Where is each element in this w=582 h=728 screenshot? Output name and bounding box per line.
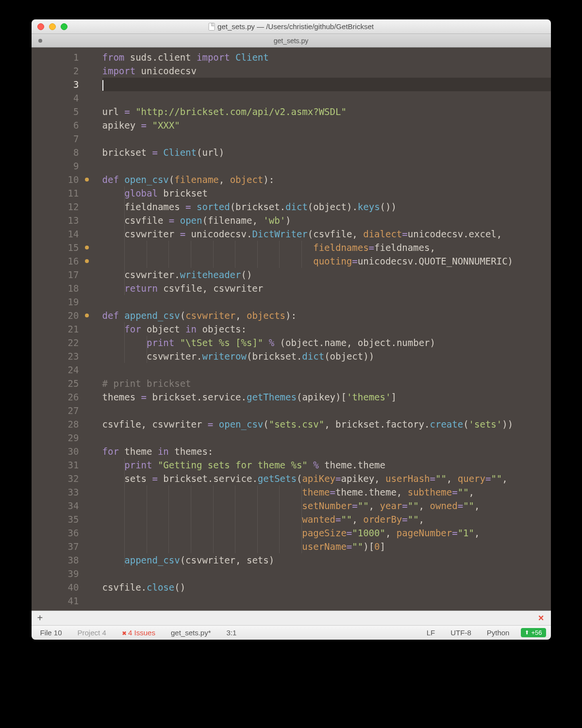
new-tab-button[interactable]: + (32, 612, 49, 624)
code-line[interactable]: pageSize="1000", pageNumber="1", (102, 526, 551, 540)
line-number: 34 (32, 499, 79, 513)
code-line[interactable]: quoting=unicodecsv.QUOTE_NONNUMERIC) (102, 254, 551, 268)
code-line[interactable]: brickset = Client(url) (102, 146, 551, 159)
editor-area[interactable]: 1234567891011121314151617181920212223242… (32, 48, 551, 611)
status-bar: File 10 Project 4 4 Issues get_sets.py* … (32, 625, 551, 640)
code-line[interactable]: for theme in themes: (102, 445, 551, 458)
line-number: 22 (32, 336, 79, 349)
code-line[interactable] (102, 431, 551, 445)
file-icon (208, 23, 215, 31)
minimize-button[interactable] (49, 23, 56, 30)
line-number: 12 (32, 200, 79, 214)
code-line[interactable]: for object in objects: (102, 322, 551, 336)
line-number: 31 (32, 458, 79, 472)
code-line[interactable] (102, 91, 551, 105)
code-line[interactable]: def open_csv(filename, object): (102, 173, 551, 186)
line-number: 13 (32, 214, 79, 227)
code-line[interactable]: csvfile = open(filename, 'wb') (102, 214, 551, 227)
code-line[interactable]: setNumber="", year="", owned="", (102, 499, 551, 513)
close-panel-button[interactable]: × (532, 612, 551, 624)
line-number: 23 (32, 349, 79, 363)
code-line[interactable]: global brickset (102, 186, 551, 200)
status-project[interactable]: Project 4 (74, 629, 110, 637)
code-line[interactable] (102, 363, 551, 377)
status-issues[interactable]: 4 Issues (118, 629, 159, 637)
code-line[interactable] (102, 404, 551, 417)
code-line[interactable]: import unicodecsv (102, 64, 551, 78)
line-number: 2 (32, 64, 79, 78)
line-number-gutter: 1234567891011121314151617181920212223242… (32, 48, 84, 611)
tab-label[interactable]: get_sets.py (274, 37, 309, 45)
tab-modified-dot (38, 39, 42, 43)
code-line[interactable]: csvwriter.writeheader() (102, 268, 551, 281)
code-line[interactable] (102, 594, 551, 608)
status-filename[interactable]: get_sets.py* (167, 629, 215, 637)
line-number: 11 (32, 186, 79, 200)
code-line[interactable]: print "\tSet %s [%s]" % (object.name, ob… (102, 336, 551, 349)
line-number: 26 (32, 390, 79, 404)
status-language[interactable]: Python (483, 629, 514, 637)
code-line[interactable]: fieldnames=fieldnames, (102, 241, 551, 254)
code-line[interactable]: userName="")[0] (102, 540, 551, 553)
window-title: get_sets.py — /Users/christie/github/Get… (208, 22, 374, 31)
code-line[interactable]: sets = brickset.service.getSets(apiKey=a… (102, 472, 551, 485)
line-number: 29 (32, 431, 79, 445)
code-content[interactable]: from suds.client import Clientimport uni… (84, 48, 551, 611)
code-line[interactable]: url = "http://brickset.com/api/v2.asmx?W… (102, 105, 551, 118)
code-line[interactable]: wanted="", orderBy="", (102, 513, 551, 526)
status-vcs-add[interactable]: +56 (521, 628, 546, 637)
lint-warning-dot (85, 314, 89, 317)
line-number: 14 (32, 227, 79, 241)
code-line[interactable]: return csvfile, csvwriter (102, 281, 551, 295)
code-line[interactable]: csvwriter = unicodecsv.DictWriter(csvfil… (102, 227, 551, 241)
code-line[interactable]: def append_csv(csvwriter, objects): (102, 309, 551, 322)
code-line[interactable]: from suds.client import Client (102, 50, 551, 64)
line-number: 25 (32, 377, 79, 390)
line-number: 6 (32, 118, 79, 132)
code-line[interactable]: fieldnames = sorted(brickset.dict(object… (102, 200, 551, 214)
line-number: 17 (32, 268, 79, 281)
status-encoding[interactable]: UTF-8 (447, 629, 475, 637)
traffic-lights (32, 23, 67, 30)
line-number: 20 (32, 309, 79, 322)
code-line[interactable] (102, 567, 551, 580)
status-file[interactable]: File 10 (36, 629, 66, 637)
code-line[interactable]: print "Getting sets for theme %s" % them… (102, 458, 551, 472)
titlebar: get_sets.py — /Users/christie/github/Get… (32, 19, 551, 34)
line-number: 32 (32, 472, 79, 485)
code-line[interactable] (102, 78, 551, 91)
line-number: 10 (32, 173, 79, 186)
close-button[interactable] (37, 23, 44, 30)
line-number: 33 (32, 485, 79, 499)
code-line[interactable]: themes = brickset.service.getThemes(apik… (102, 390, 551, 404)
line-number: 4 (32, 91, 79, 105)
code-line[interactable]: csvwriter.writerow(brickset.dict(object)… (102, 349, 551, 363)
line-number: 21 (32, 322, 79, 336)
line-number: 37 (32, 540, 79, 553)
text-cursor (102, 80, 103, 91)
editor-window: get_sets.py — /Users/christie/github/Get… (32, 19, 551, 640)
code-line[interactable]: csvfile.close() (102, 580, 551, 594)
lint-warning-dot (85, 259, 89, 263)
line-number: 16 (32, 254, 79, 268)
code-line[interactable] (102, 159, 551, 173)
line-number: 3 (32, 78, 79, 91)
line-number: 8 (32, 146, 79, 159)
code-line[interactable]: # print brickset (102, 377, 551, 390)
line-number: 7 (32, 132, 79, 146)
code-line[interactable]: apikey = "XXX" (102, 118, 551, 132)
status-position[interactable]: 3:1 (223, 629, 241, 637)
code-line[interactable] (102, 295, 551, 309)
code-line[interactable]: append_csv(csvwriter, sets) (102, 553, 551, 567)
line-number: 24 (32, 363, 79, 377)
code-line[interactable]: theme=theme.theme, subtheme="", (102, 485, 551, 499)
zoom-button[interactable] (61, 23, 67, 30)
line-number: 35 (32, 513, 79, 526)
line-number: 28 (32, 417, 79, 431)
status-eol[interactable]: LF (423, 629, 439, 637)
code-line[interactable]: csvfile, csvwriter = open_csv("sets.csv"… (102, 417, 551, 431)
line-number: 19 (32, 295, 79, 309)
line-number: 30 (32, 445, 79, 458)
tab-bar[interactable]: get_sets.py (32, 34, 551, 48)
code-line[interactable] (102, 132, 551, 146)
